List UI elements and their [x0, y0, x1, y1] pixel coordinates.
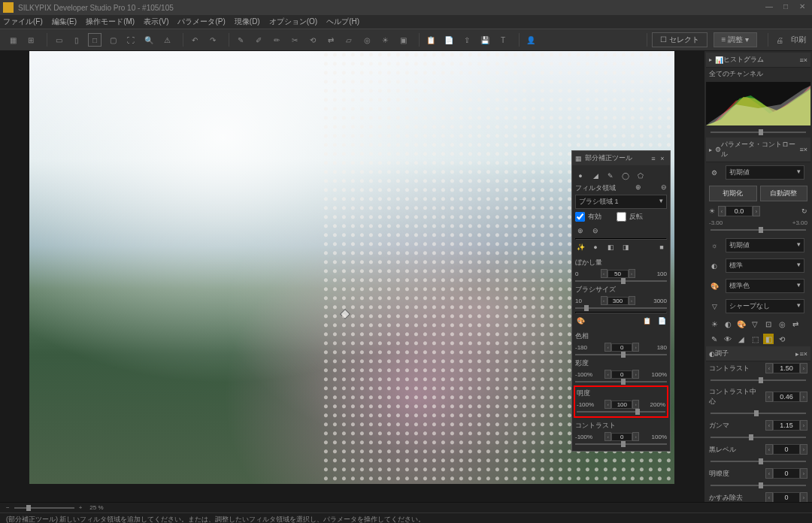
close-button[interactable]: ✕ — [795, 2, 809, 13]
tool-thumbnail-icon[interactable]: ▦ — [6, 33, 20, 47]
black-slider[interactable] — [710, 461, 806, 462]
tool-person-icon[interactable]: 👤 — [524, 33, 538, 47]
filter-tool2-icon[interactable]: ⊖ — [661, 183, 667, 193]
dehaze-input[interactable] — [773, 492, 800, 502]
black-input[interactable] — [773, 444, 800, 455]
poly-tool-icon[interactable]: ⬠ — [635, 171, 646, 181]
tab-nr-icon[interactable]: ⊡ — [763, 319, 774, 329]
menu-view[interactable]: 表示(V) — [144, 17, 168, 27]
clarity-input[interactable] — [773, 468, 800, 479]
tab-lens-icon[interactable]: ◎ — [777, 319, 787, 329]
exposure-reset-icon[interactable]: ↻ — [801, 207, 807, 215]
gamma-slider[interactable] — [710, 437, 806, 438]
fill-icon[interactable]: ● — [590, 242, 601, 252]
wb-preset-dropdown[interactable]: 初期値▾ — [726, 238, 804, 252]
menu-edit[interactable]: 編集(E) — [52, 17, 77, 27]
blur-input[interactable] — [607, 270, 629, 278]
tool-fit-icon[interactable]: ▢ — [106, 33, 120, 47]
print-label[interactable]: 印刷 — [791, 35, 806, 45]
float-close-icon[interactable]: × — [658, 155, 667, 162]
tab2-3-icon[interactable]: ◢ — [736, 334, 747, 344]
tool-preview-icon[interactable]: □ — [88, 33, 102, 47]
menu-mode[interactable]: 操作モード(M) — [86, 17, 135, 27]
gamma-input[interactable] — [773, 420, 800, 431]
wb-std-dropdown[interactable]: 標準▾ — [726, 258, 804, 273]
menu-param[interactable]: パラメータ(P) — [177, 17, 225, 27]
contrast-center-input[interactable] — [773, 391, 800, 402]
tool-lens-icon[interactable]: ◎ — [360, 33, 374, 47]
tool-grid-icon[interactable]: ▭ — [52, 33, 65, 47]
tab-color-icon[interactable]: 🎨 — [736, 319, 747, 329]
histogram-header[interactable]: ▸📊 ヒストグラム ≡× — [706, 53, 810, 68]
tool-retouch1-icon[interactable]: ✎ — [234, 33, 247, 47]
contrast2-input[interactable] — [611, 433, 632, 441]
minimize-button[interactable]: — — [762, 2, 776, 13]
hue-slider[interactable] — [575, 354, 667, 355]
filter-tool1-icon[interactable]: ⊕ — [635, 183, 641, 193]
float-menu-icon[interactable]: ≡ — [649, 155, 658, 162]
tool-combo-icon[interactable]: ⊞ — [24, 33, 38, 47]
clarity-slider[interactable] — [710, 485, 806, 486]
maximize-button[interactable]: □ — [779, 2, 792, 13]
blur-slider[interactable] — [575, 280, 667, 282]
add-brush-icon[interactable]: ⊕ — [575, 225, 586, 236]
param-paste-icon[interactable]: 📄 — [656, 316, 667, 326]
zoom-slider[interactable] — [14, 507, 74, 509]
zoom-out-icon[interactable]: − — [6, 504, 10, 511]
menu-option[interactable]: オプション(O) — [269, 17, 317, 27]
init-button[interactable]: 初期化 — [709, 186, 757, 201]
menu-help[interactable]: ヘルプ(H) — [326, 17, 359, 27]
tool-redo-icon[interactable]: ↷ — [206, 33, 220, 47]
sharp-dropdown[interactable]: シャープなし▾ — [726, 299, 804, 313]
tool-text-icon[interactable]: T — [496, 33, 510, 47]
tool-crop-icon[interactable]: ✂ — [288, 33, 301, 47]
tab2-1-icon[interactable]: ✎ — [709, 334, 720, 344]
auto-adjust-button[interactable]: 自動調整 — [760, 186, 808, 201]
tool-save-icon[interactable]: 💾 — [478, 33, 492, 47]
tone-header[interactable]: ◐ 調子 ▸≡× — [706, 346, 810, 361]
zoom-in-icon[interactable]: + — [79, 504, 83, 511]
contrast2-slider[interactable] — [575, 443, 667, 445]
ellipse-tool-icon[interactable]: ◯ — [620, 171, 631, 181]
sub-brush-icon[interactable]: ⊖ — [590, 225, 601, 236]
tool-paste-icon[interactable]: 📄 — [442, 33, 456, 47]
param-control-header[interactable]: ▸⚙ パラメータ・コントロール ≡× — [706, 138, 810, 162]
tool-expand-icon[interactable]: ⛶ — [124, 33, 138, 47]
wand-icon[interactable]: ✨ — [575, 242, 586, 252]
brushsize-input[interactable] — [607, 297, 629, 305]
exposure-dec[interactable]: ‹ — [718, 206, 726, 216]
brightness-input[interactable] — [611, 401, 632, 409]
menu-file[interactable]: ファイル(F) — [3, 17, 43, 27]
tool-retouch3-icon[interactable]: ✏ — [270, 33, 283, 47]
exposure-slider[interactable] — [710, 229, 806, 231]
tool-split-icon[interactable]: ▯ — [70, 33, 83, 47]
tool-undo-icon[interactable]: ↶ — [188, 33, 201, 47]
adjustment-marker[interactable] — [340, 309, 350, 319]
tool-hdr-icon[interactable]: ☀ — [378, 33, 392, 47]
tab-exposure-icon[interactable]: ☀ — [709, 319, 720, 329]
tool-perspective-icon[interactable]: ▱ — [342, 33, 356, 47]
exposure-inc[interactable]: › — [753, 206, 760, 216]
brightness-slider[interactable] — [577, 411, 665, 413]
mask1-icon[interactable]: ◧ — [605, 242, 616, 252]
tab-devel-icon[interactable]: ⇄ — [790, 319, 801, 329]
param-palette-icon[interactable]: 🎨 — [575, 316, 586, 326]
mask2-icon[interactable]: ◨ — [620, 242, 631, 252]
saturation-slider[interactable] — [575, 381, 667, 382]
tab-wb-icon[interactable]: ◐ — [723, 319, 733, 329]
tool-export-icon[interactable]: ⇪ — [460, 33, 474, 47]
circle-tool-icon[interactable]: ● — [575, 171, 586, 181]
gradient-tool-icon[interactable]: ◢ — [590, 171, 601, 181]
exposure-input[interactable] — [726, 206, 753, 216]
wb-color-dropdown[interactable]: 標準色▾ — [726, 279, 804, 293]
tab2-6-icon[interactable]: ⟲ — [777, 334, 787, 344]
reset-mask-icon[interactable]: ■ — [656, 242, 667, 252]
adjust-mode-button[interactable]: ≡ 調整 ▾ — [714, 32, 757, 47]
hue-input[interactable] — [611, 343, 632, 352]
tool-copy-icon[interactable]: 📋 — [424, 33, 438, 47]
brush-tool-icon[interactable]: ✎ — [605, 171, 616, 181]
param-copy-icon[interactable]: 📋 — [641, 316, 652, 326]
tool-zoom-icon[interactable]: 🔍 — [142, 33, 156, 47]
tab2-tone-icon[interactable]: ◧ — [763, 334, 774, 344]
tool-warning-icon[interactable]: ⚠ — [160, 33, 174, 47]
